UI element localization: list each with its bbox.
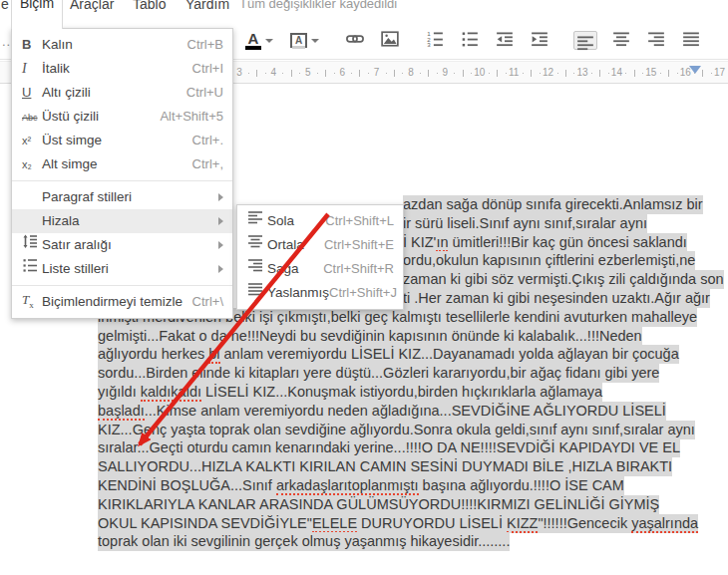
document-text-line[interactable]: toprak olan iki sevgilinin gerçek olmuş … bbox=[98, 532, 510, 551]
format-menu-item-kal-n[interactable]: BKalınCtrl+B bbox=[12, 33, 232, 57]
document-text-line[interactable]: OKUL KAPISINDA SEVDİĞİYLE"ELELE DURUYORD… bbox=[98, 514, 698, 533]
menu-item-label: Üst simge bbox=[42, 129, 192, 152]
document-text-line[interactable]: azdan sağa dönüp sınıfa girecekti.Anlams… bbox=[403, 195, 703, 214]
chevron-down-icon[interactable] bbox=[311, 39, 319, 43]
chevron-down-icon[interactable] bbox=[265, 39, 273, 43]
align-center-icon bbox=[237, 233, 267, 257]
ruler-tick bbox=[334, 73, 335, 74]
align-right-button[interactable] bbox=[645, 28, 667, 54]
selected-text: KENDİNİ BOŞLUĞA...Sınıf arkadaşlarıtopla… bbox=[98, 476, 624, 495]
menu-item-partial[interactable]: e bbox=[1, 0, 9, 15]
link-icon bbox=[346, 30, 364, 52]
document-text-line[interactable]: İ KIZ'ın ümitleri!!!Bir kaç gün öncesi s… bbox=[403, 233, 687, 252]
ruler-number: 5 bbox=[305, 67, 311, 78]
format-menu-item--st-izili[interactable]: AbcÜstü çiziliAlt+Shift+5 bbox=[12, 105, 232, 129]
increase-indent-button[interactable] bbox=[529, 28, 550, 54]
selected-text: OKUL KAPISINDA SEVDİĞİYLE"ELELE DURUYORD… bbox=[98, 514, 698, 533]
menu-item-format[interactable]: Biçim bbox=[11, 0, 63, 29]
decrease-indent-button[interactable] bbox=[494, 28, 516, 54]
align-option-sola[interactable]: SolaCtrl+Shift+L bbox=[237, 209, 403, 233]
menu-item-shortcut: Ctrl+U bbox=[186, 81, 232, 105]
misspelled-word: ın bbox=[436, 234, 448, 252]
menu-item-tools[interactable]: Araçlar bbox=[70, 0, 114, 15]
ruler-tick bbox=[317, 73, 318, 74]
document-text-line[interactable]: gelmişti...Fakat o da ne!!!Neydi bu sevd… bbox=[98, 327, 642, 346]
selected-text: ir sürü liseli.Sınıf aynı sınıf,sıralar … bbox=[403, 214, 647, 233]
document-text-line[interactable]: yığıldı kaldıkaldı LİSELİ KIZ...Konuşmak… bbox=[98, 383, 602, 402]
image-icon bbox=[381, 30, 399, 52]
document-text-line[interactable]: sıralar...Geçti oturdu camın kenarındaki… bbox=[98, 438, 680, 457]
menu-item-shortcut: Ctrl+Shift+L bbox=[325, 209, 403, 233]
numbered-list-button[interactable]: 123 bbox=[424, 28, 446, 54]
document-text-line[interactable]: ağlıyordu herkes bi anlam veremiyordu Lİ… bbox=[98, 345, 679, 364]
ruler-tick bbox=[523, 73, 524, 74]
submenu-arrow-icon bbox=[218, 193, 223, 201]
align-option-yaslanm-[interactable]: YaslanmışCtrl+Shift+J bbox=[237, 281, 403, 305]
format-menu-item-bi-imlendirmeyi-temizle[interactable]: TxBiçimlendirmeyi temizleCtrl+\ bbox=[12, 290, 232, 314]
align-left-icon bbox=[576, 38, 594, 55]
document-text-line[interactable]: KIRIKLARIYLA KANLAR ARASINDA GÜLÜMSÜYORD… bbox=[98, 495, 659, 514]
bold-icon: B bbox=[12, 33, 42, 57]
document-text-line[interactable]: ordu,okulun kapısının çiftlerini ezberle… bbox=[403, 251, 695, 270]
selected-text: ağlıyordu herkes bi anlam veremiyordu Lİ… bbox=[98, 345, 679, 364]
subscript-icon: x₂ bbox=[12, 152, 42, 176]
document-text-line[interactable]: KENDİNİ BOŞLUĞA...Sınıf arkadaşlarıtopla… bbox=[98, 476, 624, 495]
selected-text: ordu,okulun kapısının çiftlerini ezberle… bbox=[403, 251, 695, 270]
document-text-line[interactable]: ir sürü liseli.Sınıf aynı sınıf,sıralar … bbox=[403, 214, 647, 233]
ruler-tick bbox=[711, 73, 712, 74]
document-text-line[interactable]: başladı...Kimse anlam veremiyordu neden … bbox=[98, 402, 666, 421]
format-menu-item-paragraf-stilleri[interactable]: Paragraf stilleri bbox=[12, 185, 232, 209]
format-menu-item-i-talik[interactable]: IİtalikCtrl+I bbox=[12, 57, 232, 81]
document-text-line[interactable]: sordu...Birden elinde ki kitapları yere … bbox=[98, 364, 659, 383]
menu-item-table[interactable]: Tablo bbox=[133, 0, 166, 15]
menu-item-shortcut: Ctrl+I bbox=[192, 57, 232, 81]
align-center-icon bbox=[612, 30, 630, 52]
align-justify-button[interactable] bbox=[680, 28, 702, 54]
align-center-button[interactable] bbox=[610, 28, 632, 54]
format-menu-item-sat-r-aral-[interactable]: Satır aralığı bbox=[12, 233, 232, 257]
menu-item-label: Biçimlendirmeyi temizle bbox=[42, 290, 192, 314]
superscript-icon: x² bbox=[12, 129, 42, 152]
ruler-tick bbox=[591, 73, 592, 74]
ruler-tick bbox=[325, 70, 326, 77]
document-text-line[interactable]: SALLIYORDU...HIZLA KALKTI KIRILAN CAMIN … bbox=[98, 457, 672, 476]
format-menu-item-alt-simge[interactable]: x₂Alt simgeCtrl+, bbox=[12, 152, 232, 176]
document-text-line[interactable]: ti .Her zaman ki gibi neşesinden uzaktı.… bbox=[403, 289, 710, 308]
italic-icon: I bbox=[12, 57, 42, 81]
ruler-tick bbox=[265, 73, 266, 74]
selected-text: KIZ...Genç yaşta toprak olan sevdiğine a… bbox=[98, 421, 695, 439]
insert-link-button[interactable] bbox=[344, 28, 366, 54]
misspelled-word: ELELE bbox=[312, 515, 357, 533]
format-menu-item-hizala[interactable]: Hizala bbox=[12, 209, 232, 233]
menu-item-shortcut: Ctrl+, bbox=[192, 152, 232, 176]
menu-item-help[interactable]: Yardım bbox=[185, 0, 229, 15]
ruler-tick bbox=[291, 70, 292, 77]
align-justify-icon bbox=[237, 281, 267, 305]
document-text-line[interactable]: KIZ...Genç yaşta toprak olan sevdiğine a… bbox=[98, 421, 695, 439]
format-menu-item-liste-stilleri[interactable]: Liste stilleri bbox=[12, 257, 232, 281]
ruler-tick bbox=[402, 73, 403, 74]
text-color-button[interactable]: A bbox=[243, 28, 275, 54]
selected-text: zaman ki gibi söz vermişti.Çıkış zili ça… bbox=[403, 270, 724, 289]
bulleted-list-button[interactable] bbox=[459, 28, 481, 54]
numbered-list-icon: 123 bbox=[426, 30, 444, 52]
align-left-button[interactable] bbox=[573, 31, 597, 50]
menu-item-label: Kalın bbox=[42, 33, 187, 57]
ruler-number: 9 bbox=[443, 67, 449, 78]
ruler-number: 4 bbox=[271, 67, 277, 78]
menu-separator bbox=[12, 180, 232, 181]
format-menu-item--st-simge[interactable]: x²Üst simgeCtrl+. bbox=[12, 129, 232, 152]
ruler-tick bbox=[428, 70, 429, 77]
insert-image-button[interactable] bbox=[379, 28, 401, 54]
highlight-color-button[interactable]: A bbox=[288, 28, 321, 54]
submenu-arrow-icon bbox=[218, 265, 223, 273]
document-text-line[interactable]: zaman ki gibi söz vermişti.Çıkış zili ça… bbox=[403, 270, 724, 289]
align-option-sa-a[interactable]: SağaCtrl+Shift+R bbox=[237, 257, 403, 281]
submenu-arrow-icon bbox=[218, 241, 223, 249]
align-option-ortala[interactable]: OrtalaCtrl+Shift+E bbox=[237, 233, 403, 257]
indent-icon bbox=[531, 30, 548, 52]
underline-icon: U bbox=[12, 81, 42, 105]
format-menu-item-alt-izili[interactable]: UAltı çiziliCtrl+U bbox=[12, 81, 232, 105]
ruler-tick bbox=[668, 70, 669, 77]
format-menu: BKalınCtrl+BIİtalikCtrl+IUAltı çiziliCtr… bbox=[11, 28, 233, 319]
